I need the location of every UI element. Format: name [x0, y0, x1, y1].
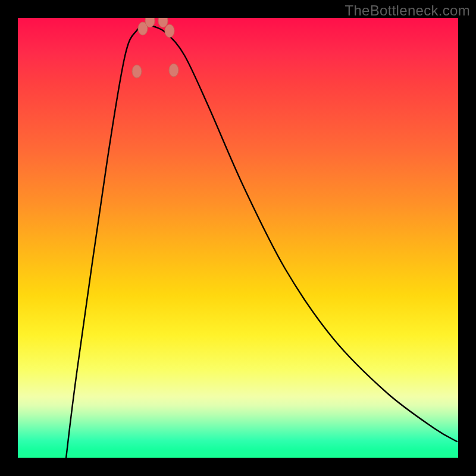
curve-layer — [18, 18, 458, 458]
chart-frame: TheBottleneck.com — [0, 0, 476, 476]
plot-area — [18, 18, 458, 458]
watermark-text: TheBottleneck.com — [345, 2, 470, 19]
marker-right-lower — [165, 24, 174, 37]
bottleneck-curve — [66, 26, 457, 458]
marker-left-upper — [132, 65, 142, 78]
marker-min-left — [145, 18, 155, 27]
marker-right-upper — [169, 64, 178, 77]
